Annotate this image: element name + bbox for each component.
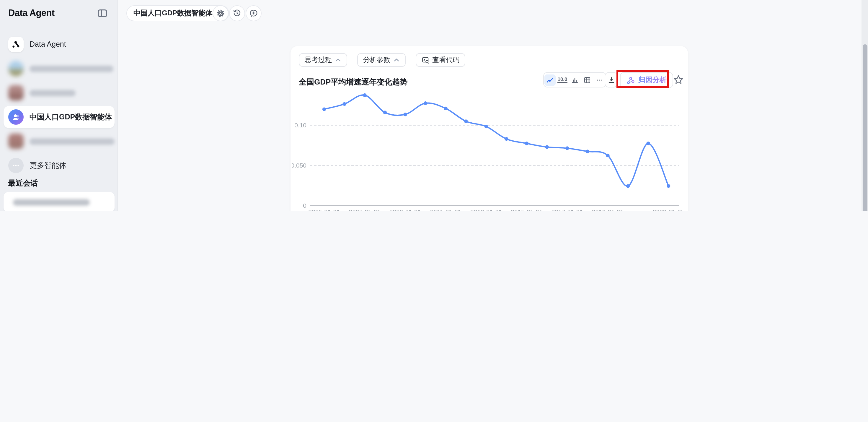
scrollbar-thumb[interactable] [863, 44, 867, 211]
bar-chart-icon [571, 76, 579, 84]
bar-chart-view-button[interactable] [569, 72, 581, 87]
chart-view-toolbar: 10.0 [543, 72, 607, 87]
assistant-message-card: 思考过程 分析参数 查看代码 全国GDP平均增速逐年变化趋势 10.0 [290, 46, 688, 211]
agent-avatar-icon [8, 109, 24, 125]
svg-text:2005-01-01: 2005-01-01 [308, 208, 340, 211]
agent-selector-label: 中国人口GDP数据智能体 [133, 8, 213, 18]
avatar [8, 134, 24, 149]
sidebar-collapse-icon[interactable] [97, 8, 107, 18]
sidebar-item-label: Data Agent [30, 40, 66, 49]
line-chart-view-button[interactable] [544, 72, 556, 87]
svg-text:2009-01-01: 2009-01-01 [390, 208, 421, 211]
sidebar-item-data-agent[interactable]: Data Agent [4, 33, 115, 56]
attribution-network-icon [626, 76, 635, 84]
svg-text:0.10: 0.10 [294, 122, 306, 129]
svg-text:2015-01-01: 2015-01-01 [511, 208, 542, 211]
svg-text:2011-01-01: 2011-01-01 [430, 208, 461, 211]
view-code-button[interactable]: 查看代码 [416, 53, 465, 67]
sidebar-item-redacted-2[interactable] [4, 82, 115, 104]
conversation-item-selected[interactable] [4, 192, 115, 211]
table-grid-icon [583, 76, 591, 84]
chart-title: 全国GDP平均增速逐年变化趋势 [299, 77, 407, 87]
analysis-params-button[interactable]: 分析参数 [357, 53, 406, 67]
recent-conversations-title: 最近会话 [8, 178, 38, 189]
brand-title: Data Agent [8, 8, 55, 18]
sidebar-header: Data Agent [0, 0, 118, 26]
sidebar-item-label: 更多智能体 [30, 161, 66, 170]
redacted-label [30, 89, 75, 96]
analysis-params-label: 分析参数 [363, 56, 390, 64]
code-search-icon [422, 56, 429, 64]
app-window: Data Agent Data Agent [0, 0, 868, 211]
svg-text:2022-01-01: 2022-01-01 [652, 208, 682, 211]
sidebar-item-more-agents[interactable]: 更多智能体 [4, 154, 115, 177]
more-options-button[interactable] [593, 72, 606, 87]
agent-list: Data Agent 中国人口GDP数据智能体 [0, 33, 118, 178]
table-view-button[interactable] [581, 72, 593, 87]
favorite-star-icon[interactable] [673, 75, 684, 85]
new-chat-button[interactable] [246, 5, 261, 21]
svg-text:0: 0 [303, 202, 306, 209]
redacted-label [13, 199, 90, 205]
conversation-list [0, 192, 118, 211]
number-format-button[interactable]: 10.0 [556, 72, 569, 87]
thinking-process-button[interactable]: 思考过程 [299, 53, 347, 67]
svg-text:2007-01-01: 2007-01-01 [349, 208, 380, 211]
settings-button[interactable] [213, 5, 228, 21]
svg-text:0.050: 0.050 [292, 162, 306, 169]
history-clock-icon [232, 9, 242, 18]
number-format-icon: 10.0 [557, 77, 567, 83]
avatar [8, 61, 24, 76]
thinking-process-label: 思考过程 [305, 56, 332, 64]
download-button[interactable] [604, 72, 618, 87]
sidebar: Data Agent Data Agent [0, 0, 118, 211]
svg-text:2017-01-01: 2017-01-01 [551, 208, 583, 211]
trend-chart-svg[interactable]: 00.0500.102005-01-012007-01-012009-01-01… [292, 89, 682, 211]
attribution-analysis-label: 归因分析 [638, 75, 666, 85]
ellipsis-icon [596, 76, 603, 84]
data-agent-logo-icon [8, 37, 24, 52]
sidebar-item-redacted-3[interactable] [4, 130, 115, 152]
line-chart-icon [546, 76, 554, 84]
chevron-up-icon [335, 57, 341, 63]
gear-icon [216, 9, 225, 18]
view-code-label: 查看代码 [432, 56, 459, 64]
redacted-label [30, 138, 115, 144]
sidebar-item-china-gdp-agent[interactable]: 中国人口GDP数据智能体 [4, 106, 115, 128]
avatar [8, 85, 24, 101]
sidebar-item-label: 中国人口GDP数据智能体 [30, 112, 112, 122]
chevron-up-icon [393, 57, 400, 63]
svg-text:2013-01-01: 2013-01-01 [470, 208, 502, 211]
attribution-analysis-button[interactable]: 归因分析 [620, 72, 673, 88]
history-button[interactable] [229, 5, 245, 21]
download-icon [607, 76, 615, 84]
scrollbar-track[interactable] [862, 0, 868, 211]
svg-text:2019-01-01: 2019-01-01 [592, 208, 624, 211]
more-ellipsis-icon [8, 158, 24, 173]
redacted-label [30, 65, 113, 72]
chat-plus-icon [249, 9, 258, 18]
sidebar-item-redacted-1[interactable] [4, 57, 115, 80]
